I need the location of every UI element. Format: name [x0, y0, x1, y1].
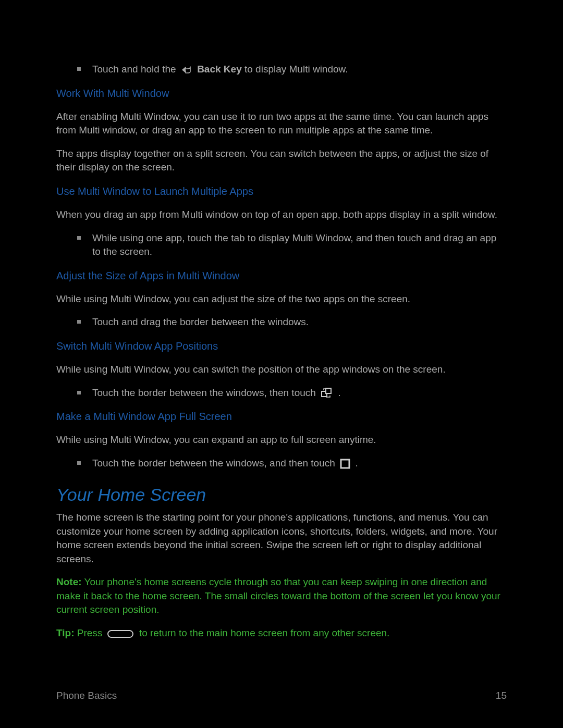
subheading-full-screen: Make a Multi Window App Full Screen [56, 409, 507, 424]
fullscreen-icon [340, 459, 350, 469]
text-segment: to display Multi window. [244, 64, 348, 75]
bullet-text: Touch and drag the border between the wi… [92, 315, 507, 329]
bullet-item: Touch and hold the Back Key to display M… [77, 63, 507, 77]
bullet-marker-icon [77, 461, 81, 465]
bullet-item: While using one app, touch the tab to di… [77, 231, 507, 259]
heading-your-home-screen: Your Home Screen [56, 483, 507, 508]
footer-section-label: Phone Basics [56, 689, 117, 703]
note-label: Note: [56, 576, 82, 587]
bullet-text: Touch and hold the Back Key to display M… [92, 63, 507, 77]
paragraph: The apps display together on a split scr… [56, 147, 507, 175]
paragraph: After enabling Multi Window, you can use… [56, 110, 507, 138]
bullet-marker-icon [77, 236, 81, 240]
bullet-item: Touch the border between the windows, th… [77, 386, 507, 400]
subheading-work-with-multi-window: Work With Multi Window [56, 86, 507, 101]
paragraph: While using Multi Window, you can adjust… [56, 292, 507, 306]
text-segment: Touch the border between the windows, th… [92, 387, 319, 398]
tip-paragraph: Tip: Press to return to the main home sc… [56, 626, 507, 640]
tip-label: Tip: [56, 627, 74, 638]
bullet-marker-icon [77, 67, 81, 71]
text-segment: Touch the border between the windows, an… [92, 458, 338, 468]
text-segment: Touch and hold the [92, 64, 179, 75]
subheading-switch-positions: Switch Multi Window App Positions [56, 339, 507, 353]
subheading-adjust-size: Adjust the Size of Apps in Multi Window [56, 268, 507, 283]
back-key-label: Back Key [197, 64, 242, 75]
home-button-icon [107, 630, 133, 638]
bullet-text: Touch the border between the windows, th… [92, 386, 507, 400]
bullet-text: Touch the border between the windows, an… [92, 456, 507, 471]
subheading-launch-multiple-apps: Use Multi Window to Launch Multiple Apps [56, 184, 507, 199]
footer-page-number: 15 [496, 689, 507, 703]
back-arrow-icon [181, 65, 192, 75]
bullet-text: While using one app, touch the tab to di… [92, 231, 507, 259]
text-segment: . [338, 387, 340, 398]
bullet-item: Touch the border between the windows, an… [77, 456, 507, 471]
paragraph: The home screen is the starting point fo… [56, 511, 507, 566]
tip-post: to return to the main home screen from a… [137, 627, 390, 638]
paragraph: While using Multi Window, you can expand… [56, 433, 507, 447]
tip-pre: Press [74, 627, 105, 638]
paragraph: While using Multi Window, you can switch… [56, 363, 507, 377]
swap-windows-icon [321, 387, 333, 400]
text-segment: . [355, 458, 358, 468]
bullet-marker-icon [77, 391, 81, 394]
bullet-marker-icon [77, 320, 81, 324]
note-paragraph: Note: Your phone's home screens cycle th… [56, 575, 507, 617]
note-text: Your phone's home screens cycle through … [56, 576, 500, 615]
paragraph: When you drag an app from Multi window o… [56, 208, 507, 222]
svg-rect-2 [341, 460, 349, 468]
page-footer: Phone Basics 15 [56, 689, 507, 703]
bullet-item: Touch and drag the border between the wi… [77, 315, 507, 329]
